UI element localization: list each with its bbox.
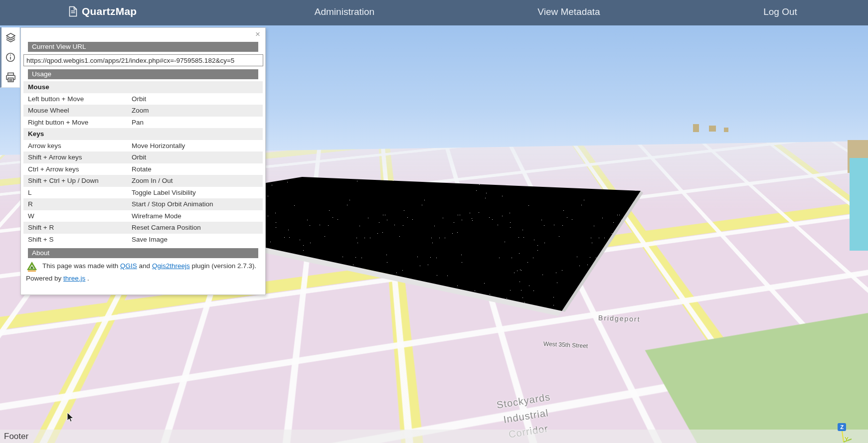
threejs-link[interactable]: three.js bbox=[63, 275, 85, 282]
print-button[interactable] bbox=[1, 67, 19, 87]
close-icon[interactable]: × bbox=[255, 30, 260, 38]
url-section-header: Current View URL bbox=[28, 42, 258, 52]
usage-row: Mouse bbox=[23, 81, 263, 93]
about-text: This page was made with QGIS and Qgis2th… bbox=[42, 261, 256, 273]
horizon-building bbox=[693, 124, 699, 132]
about-section-header: About bbox=[28, 248, 258, 258]
usage-row: Arrow keysMove Horizontally bbox=[23, 140, 263, 152]
document-icon bbox=[69, 6, 77, 17]
footer-bar: Footer bbox=[0, 430, 868, 443]
map-toolbar bbox=[0, 27, 20, 88]
usage-row: WWireframe Mode bbox=[23, 210, 263, 222]
map-lake bbox=[850, 158, 868, 251]
usage-row: LToggle Label Visibility bbox=[23, 187, 263, 199]
usage-row: Ctrl + Arrow keysRotate bbox=[23, 163, 263, 175]
axis-z-label: Z bbox=[838, 423, 846, 431]
usage-row: Shift + Ctrl + Up / DownZoom In / Out bbox=[23, 175, 263, 187]
layers-icon bbox=[5, 32, 16, 43]
usage-row: Shift + SSave Image bbox=[23, 234, 263, 246]
app-title: QuartzMap bbox=[82, 5, 137, 17]
horizon-building bbox=[724, 128, 728, 132]
horizon-building bbox=[709, 126, 716, 132]
powered-by-text: Powered by three.js . bbox=[26, 274, 260, 283]
usage-row: RStart / Stop Orbit Animation bbox=[23, 198, 263, 210]
help-panel: × Current View URL Usage Mouse Left butt… bbox=[20, 27, 266, 295]
nav-administration[interactable]: Administration bbox=[315, 6, 374, 17]
usage-row: Shift + RReset Camera Position bbox=[23, 222, 263, 234]
usage-row: Left button + MoveOrbit bbox=[23, 93, 263, 105]
info-button[interactable] bbox=[1, 47, 19, 67]
print-icon bbox=[5, 72, 16, 83]
layers-button[interactable] bbox=[1, 27, 19, 47]
usage-row: Shift + Arrow keysOrbit bbox=[23, 151, 263, 163]
mouse-cursor-icon bbox=[66, 412, 75, 423]
qgis2threejs-logo-icon bbox=[26, 261, 38, 273]
footer-text: Footer bbox=[4, 432, 28, 442]
nav-view-metadata[interactable]: View Metadata bbox=[537, 6, 600, 17]
axis-y-label: Y bbox=[845, 436, 849, 443]
usage-section-header: Usage bbox=[28, 69, 258, 79]
qgis2threejs-link[interactable]: Qgis2threejs bbox=[152, 262, 190, 270]
top-nav: QuartzMap Administration View Metadata L… bbox=[0, 0, 868, 25]
axis-gizmo[interactable]: Z Y bbox=[832, 419, 868, 443]
axis-lines-icon bbox=[832, 419, 868, 443]
current-view-url-input[interactable] bbox=[23, 54, 263, 66]
usage-row: Right button + MovePan bbox=[23, 117, 263, 129]
usage-table: Mouse Left button + MoveOrbit Mouse Whee… bbox=[23, 81, 263, 245]
info-icon bbox=[5, 52, 16, 63]
usage-row: Mouse WheelZoom bbox=[23, 105, 263, 117]
brand: QuartzMap bbox=[69, 5, 137, 17]
usage-row: Keys bbox=[23, 128, 263, 140]
about-body: This page was made with QGIS and Qgis2th… bbox=[26, 261, 260, 273]
nav-log-out[interactable]: Log Out bbox=[763, 6, 797, 17]
qgis-link[interactable]: QGIS bbox=[120, 262, 137, 270]
